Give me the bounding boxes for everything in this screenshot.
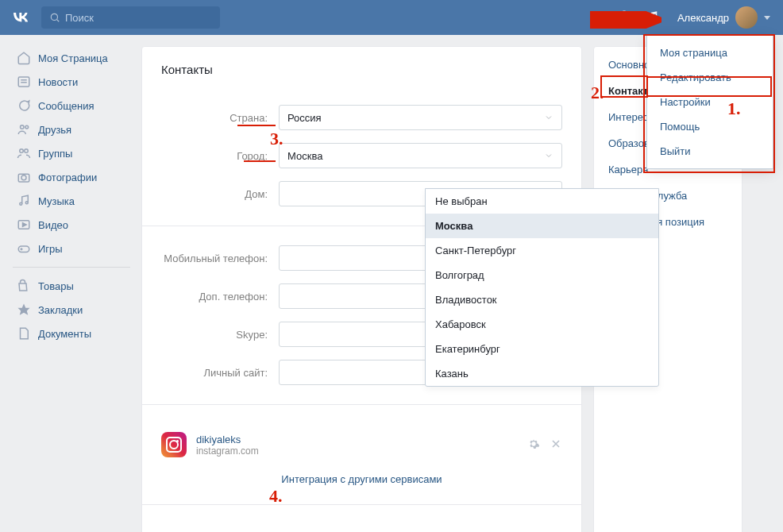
chevron-down-icon: [544, 113, 554, 122]
sidebar-item-my-page[interactable]: Моя Страница: [13, 46, 130, 70]
dropdown-item[interactable]: Екатеринбург: [426, 337, 658, 361]
svg-point-10: [21, 175, 26, 180]
close-icon[interactable]: [550, 438, 562, 453]
user-menu-help[interactable]: Помощь: [647, 114, 773, 139]
music-note-icon: [16, 193, 32, 209]
dropdown-item[interactable]: Санкт-Петербург: [426, 238, 658, 263]
dropdown-item[interactable]: Хабаровск: [426, 312, 658, 337]
sidebar: Моя Страница Новости Сообщения Друзья Гр…: [13, 46, 130, 532]
chevron-down-icon: [544, 151, 554, 160]
dropdown-item[interactable]: Не выбран: [426, 189, 658, 214]
messages-icon: [16, 98, 32, 114]
city-select[interactable]: Москва: [279, 143, 562, 168]
document-icon: [16, 326, 32, 341]
sidebar-item-messages[interactable]: Сообщения: [13, 94, 130, 118]
search-icon: [49, 12, 60, 23]
page-title: Контакты: [161, 63, 562, 76]
sidebar-item-games[interactable]: Игры: [13, 237, 130, 260]
sidebar-item-groups[interactable]: Группы: [13, 141, 130, 165]
svg-point-11: [20, 202, 22, 205]
search-input[interactable]: [65, 12, 208, 24]
form-divider: [142, 404, 581, 405]
user-menu-my-page[interactable]: Моя страница: [647, 40, 773, 65]
integration-more-link[interactable]: Интеграция с другими сервисами: [161, 473, 562, 485]
instagram-username[interactable]: dikiyaleks: [196, 434, 259, 445]
gear-icon[interactable]: [527, 438, 540, 453]
sidebar-item-market[interactable]: Товары: [13, 274, 130, 298]
camera-icon: [16, 169, 32, 185]
form-panel: Контакты Страна: Россия Город: Москва До…: [141, 46, 582, 532]
chevron-down-icon: [764, 16, 770, 20]
sidebar-item-documents[interactable]: Документы: [13, 322, 130, 345]
home-icon: [16, 50, 32, 66]
dropdown-item[interactable]: Владивосток: [426, 287, 658, 312]
header-user[interactable]: Александр: [674, 6, 773, 29]
svg-point-8: [25, 149, 29, 153]
sidebar-item-news[interactable]: Новости: [13, 70, 130, 94]
instagram-domain: instagram.com: [196, 445, 259, 457]
friends-icon: [16, 121, 32, 137]
svg-rect-15: [18, 246, 29, 253]
header: Александр: [0, 0, 783, 35]
svg-line-1: [57, 20, 60, 22]
user-menu-settings[interactable]: Настройки: [647, 90, 773, 114]
sidebar-item-video[interactable]: Видео: [13, 213, 130, 237]
row-city: Город: Москва: [161, 143, 562, 168]
user-name: Александр: [677, 12, 729, 24]
sidebar-item-bookmarks[interactable]: Закладки: [13, 298, 130, 322]
gamepad-icon: [16, 241, 32, 256]
user-menu-logout[interactable]: Выйти: [647, 139, 773, 164]
sidebar-divider: [13, 267, 130, 268]
instagram-icon: [161, 432, 187, 457]
dropdown-item[interactable]: Москва: [426, 214, 658, 238]
avatar: [735, 6, 758, 29]
vk-logo[interactable]: [10, 6, 32, 30]
svg-point-6: [25, 125, 29, 129]
sidebar-item-music[interactable]: Музыка: [13, 189, 130, 213]
svg-marker-18: [18, 304, 30, 315]
news-icon: [16, 74, 32, 90]
user-menu: Моя страница Редактировать Настройки Пом…: [646, 35, 773, 169]
city-dropdown-list[interactable]: Не выбран Москва Санкт-Петербург Волгогр…: [425, 188, 659, 387]
svg-marker-14: [23, 223, 27, 227]
row-country: Страна: Россия: [161, 105, 562, 130]
search-box[interactable]: [41, 6, 220, 29]
sidebar-item-friends[interactable]: Друзья: [13, 118, 130, 141]
svg-point-5: [21, 125, 25, 129]
user-menu-edit[interactable]: Редактировать: [647, 65, 773, 90]
star-icon: [16, 302, 32, 318]
video-icon: [16, 217, 32, 233]
country-select[interactable]: Россия: [279, 105, 562, 130]
svg-point-12: [25, 202, 28, 204]
sidebar-item-photos[interactable]: Фотографии: [13, 165, 130, 189]
groups-icon: [16, 145, 32, 161]
svg-point-0: [51, 13, 57, 20]
dropdown-item[interactable]: Волгоград: [426, 263, 658, 287]
form-divider: [142, 504, 581, 505]
music-icon[interactable]: [646, 10, 660, 26]
dropdown-item[interactable]: Казань: [426, 361, 658, 386]
instagram-integration: dikiyaleks instagram.com: [161, 424, 562, 465]
svg-point-7: [20, 149, 24, 153]
notifications-icon[interactable]: [617, 10, 631, 26]
bag-icon: [16, 278, 32, 294]
